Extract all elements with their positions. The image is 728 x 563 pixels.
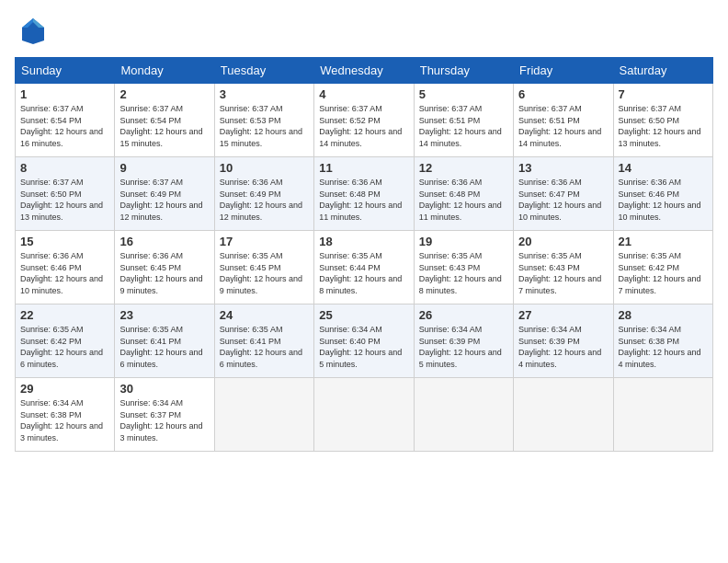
day-info: Sunrise: 6:36 AMSunset: 6:45 PMDaylight:… [119,250,209,296]
calendar-cell: 4Sunrise: 6:37 AMSunset: 6:52 PMDaylight… [314,84,414,157]
day-info: Sunrise: 6:37 AMSunset: 6:50 PMDaylight:… [619,103,708,149]
calendar-cell: 16Sunrise: 6:36 AMSunset: 6:45 PMDayligh… [115,231,214,304]
calendar-cell: 24Sunrise: 6:35 AMSunset: 6:41 PMDayligh… [214,304,313,378]
calendar-cell [314,378,414,452]
calendar-cell: 23Sunrise: 6:35 AMSunset: 6:41 PMDayligh… [115,304,214,378]
day-number: 22 [20,308,109,322]
calendar-cell: 3Sunrise: 6:37 AMSunset: 6:53 PMDaylight… [214,84,313,157]
day-number: 27 [518,308,608,322]
day-header-wednesday: Wednesday [314,58,414,84]
calendar-cell: 20Sunrise: 6:35 AMSunset: 6:43 PMDayligh… [514,231,613,304]
day-info: Sunrise: 6:34 AMSunset: 6:39 PMDaylight:… [419,324,508,370]
day-number: 8 [20,161,109,175]
day-number: 14 [619,161,708,175]
day-number: 18 [319,235,408,248]
day-number: 17 [220,235,309,248]
calendar-cell: 25Sunrise: 6:34 AMSunset: 6:40 PMDayligh… [314,304,414,378]
calendar-cell: 19Sunrise: 6:35 AMSunset: 6:43 PMDayligh… [414,231,513,304]
calendar-cell: 18Sunrise: 6:35 AMSunset: 6:44 PMDayligh… [314,231,414,304]
day-number: 5 [419,87,508,101]
day-info: Sunrise: 6:34 AMSunset: 6:39 PMDaylight:… [518,324,608,370]
calendar-cell: 11Sunrise: 6:36 AMSunset: 6:48 PMDayligh… [314,157,414,231]
day-number: 20 [518,235,608,248]
day-info: Sunrise: 6:37 AMSunset: 6:51 PMDaylight:… [518,103,608,149]
day-number: 10 [220,161,309,175]
day-info: Sunrise: 6:36 AMSunset: 6:49 PMDaylight:… [220,177,309,223]
calendar-cell: 27Sunrise: 6:34 AMSunset: 6:39 PMDayligh… [514,304,613,378]
day-info: Sunrise: 6:35 AMSunset: 6:41 PMDaylight:… [220,324,309,370]
day-info: Sunrise: 6:35 AMSunset: 6:45 PMDaylight:… [220,250,309,296]
day-info: Sunrise: 6:35 AMSunset: 6:41 PMDaylight:… [119,324,209,370]
calendar-row-1: 8Sunrise: 6:37 AMSunset: 6:50 PMDaylight… [16,157,713,231]
day-headers-row: SundayMondayTuesdayWednesdayThursdayFrid… [16,58,713,84]
calendar-cell: 9Sunrise: 6:37 AMSunset: 6:49 PMDaylight… [115,157,214,231]
calendar-row-0: 1Sunrise: 6:37 AMSunset: 6:54 PMDaylight… [16,84,713,157]
day-number: 15 [20,235,109,248]
day-header-thursday: Thursday [414,58,513,84]
calendar-cell: 12Sunrise: 6:36 AMSunset: 6:48 PMDayligh… [414,157,513,231]
calendar-cell: 10Sunrise: 6:36 AMSunset: 6:49 PMDayligh… [214,157,313,231]
day-info: Sunrise: 6:37 AMSunset: 6:53 PMDaylight:… [220,103,309,149]
day-info: Sunrise: 6:37 AMSunset: 6:52 PMDaylight:… [319,103,408,149]
calendar-cell: 22Sunrise: 6:35 AMSunset: 6:42 PMDayligh… [16,304,115,378]
calendar-cell: 30Sunrise: 6:34 AMSunset: 6:37 PMDayligh… [115,378,214,452]
day-number: 26 [419,308,508,322]
calendar-cell: 6Sunrise: 6:37 AMSunset: 6:51 PMDaylight… [514,84,613,157]
calendar-row-2: 15Sunrise: 6:36 AMSunset: 6:46 PMDayligh… [16,231,713,304]
day-number: 4 [319,87,408,101]
calendar-cell: 5Sunrise: 6:37 AMSunset: 6:51 PMDaylight… [414,84,513,157]
calendar-cell: 13Sunrise: 6:36 AMSunset: 6:47 PMDayligh… [514,157,613,231]
day-number: 21 [619,235,708,248]
day-info: Sunrise: 6:34 AMSunset: 6:38 PMDaylight:… [619,324,708,370]
calendar-cell: 21Sunrise: 6:35 AMSunset: 6:42 PMDayligh… [613,231,712,304]
day-info: Sunrise: 6:37 AMSunset: 6:49 PMDaylight:… [119,177,209,223]
page: SundayMondayTuesdayWednesdayThursdayFrid… [0,0,728,563]
calendar-cell: 15Sunrise: 6:36 AMSunset: 6:46 PMDayligh… [16,231,115,304]
calendar-cell: 28Sunrise: 6:34 AMSunset: 6:38 PMDayligh… [613,304,712,378]
day-number: 2 [119,87,209,101]
day-number: 29 [20,382,109,396]
day-number: 25 [319,308,408,322]
day-number: 30 [119,382,209,396]
day-number: 1 [20,87,109,101]
logo-icon [15,15,48,48]
day-number: 7 [619,87,708,101]
day-number: 6 [518,87,608,101]
day-info: Sunrise: 6:37 AMSunset: 6:54 PMDaylight:… [20,103,109,149]
day-header-tuesday: Tuesday [214,58,313,84]
day-info: Sunrise: 6:37 AMSunset: 6:54 PMDaylight:… [119,103,209,149]
day-number: 9 [119,161,209,175]
day-info: Sunrise: 6:36 AMSunset: 6:47 PMDaylight:… [518,177,608,223]
day-header-monday: Monday [115,58,214,84]
day-number: 23 [119,308,209,322]
calendar-cell: 29Sunrise: 6:34 AMSunset: 6:38 PMDayligh… [16,378,115,452]
day-number: 19 [419,235,508,248]
day-header-saturday: Saturday [613,58,712,84]
calendar-cell [214,378,313,452]
calendar-cell: 1Sunrise: 6:37 AMSunset: 6:54 PMDaylight… [16,84,115,157]
day-info: Sunrise: 6:34 AMSunset: 6:38 PMDaylight:… [20,397,109,443]
svg-marker-0 [22,18,44,44]
calendar-cell: 14Sunrise: 6:36 AMSunset: 6:46 PMDayligh… [613,157,712,231]
calendar-row-3: 22Sunrise: 6:35 AMSunset: 6:42 PMDayligh… [16,304,713,378]
day-info: Sunrise: 6:35 AMSunset: 6:42 PMDaylight:… [619,250,708,296]
day-info: Sunrise: 6:35 AMSunset: 6:42 PMDaylight:… [20,324,109,370]
logo [15,15,51,48]
day-info: Sunrise: 6:35 AMSunset: 6:43 PMDaylight:… [419,250,508,296]
day-number: 16 [119,235,209,248]
calendar-cell: 26Sunrise: 6:34 AMSunset: 6:39 PMDayligh… [414,304,513,378]
calendar-cell [613,378,712,452]
calendar-cell [414,378,513,452]
calendar-table: SundayMondayTuesdayWednesdayThursdayFrid… [15,57,713,452]
day-number: 24 [220,308,309,322]
day-info: Sunrise: 6:36 AMSunset: 6:48 PMDaylight:… [319,177,408,223]
day-number: 28 [619,308,708,322]
calendar-cell: 7Sunrise: 6:37 AMSunset: 6:50 PMDaylight… [613,84,712,157]
day-info: Sunrise: 6:36 AMSunset: 6:46 PMDaylight:… [619,177,708,223]
day-header-sunday: Sunday [16,58,115,84]
day-number: 13 [518,161,608,175]
calendar-row-4: 29Sunrise: 6:34 AMSunset: 6:38 PMDayligh… [16,378,713,452]
day-number: 3 [220,87,309,101]
day-number: 12 [419,161,508,175]
day-info: Sunrise: 6:34 AMSunset: 6:37 PMDaylight:… [119,397,209,443]
